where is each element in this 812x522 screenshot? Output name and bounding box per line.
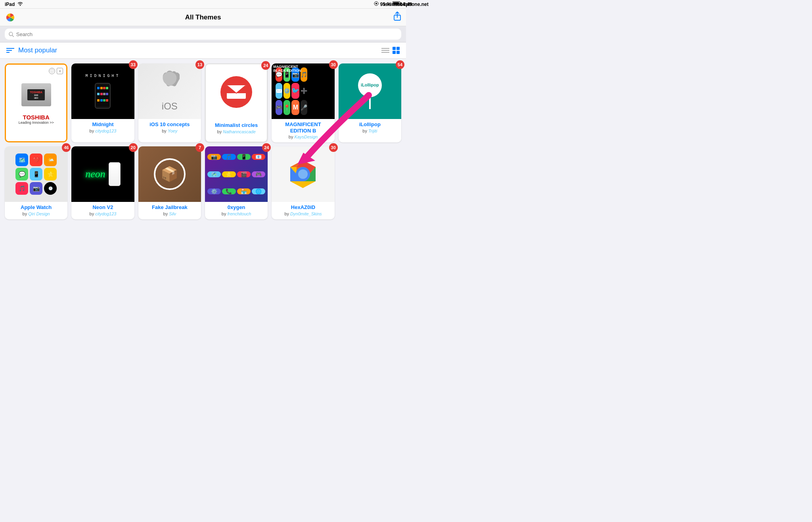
theme-card-oxygen[interactable]: 24 📷 🎵 📱 📧 🗺️ ⭐ 🎬 🎮 ⚙️ 📞 🏪 🌐 0xygen by f… bbox=[205, 146, 268, 219]
theme-info-neon: Neon V2 by citydog123 bbox=[71, 202, 134, 219]
filter-icon[interactable] bbox=[6, 48, 14, 53]
svg-point-0 bbox=[20, 5, 21, 6]
theme-image-oxygen: 📷 🎵 📱 📧 🗺️ ⭐ 🎬 🎮 ⚙️ 📞 🏪 🌐 bbox=[205, 146, 268, 202]
search-icon bbox=[9, 32, 14, 37]
badge-fakejailbreak: 7 bbox=[195, 143, 204, 152]
theme-author-neon: by citydog123 bbox=[75, 211, 131, 216]
view-icons bbox=[381, 47, 400, 54]
theme-author-magnificent: by KaysDesign bbox=[275, 134, 331, 139]
theme-info-magnificent: MAGNIFICENT EDITION B by KaysDesign bbox=[272, 119, 334, 142]
search-area bbox=[0, 26, 406, 42]
list-view-button[interactable] bbox=[381, 48, 389, 53]
theme-image-neon: neon bbox=[71, 146, 134, 202]
svg-point-2 bbox=[375, 3, 377, 4]
theme-name-minimalist: Minimalist circles bbox=[209, 122, 264, 129]
filter-left: Most popular bbox=[6, 46, 57, 54]
theme-name-hexaz: HexAZ0iD bbox=[275, 204, 331, 211]
badge-magnificent: 30 bbox=[329, 60, 338, 69]
theme-image-midnight: MIDNIGHT bbox=[71, 63, 134, 119]
theme-info-hexaz: HexAZ0iD by Dyn0mite_Skins bbox=[272, 202, 334, 219]
theme-author-minimalist: by Nathanncascade bbox=[209, 129, 264, 134]
theme-image-hexaz bbox=[272, 146, 334, 202]
svg-line-8 bbox=[12, 35, 13, 36]
theme-info-applewatch: Apple Watch by Qiri Design bbox=[5, 202, 67, 219]
theme-info-jailbreak: Fake Jailbreak by Silv bbox=[138, 202, 201, 219]
badge-midnight: 33 bbox=[129, 60, 138, 69]
ad-card[interactable]: ⓘ ✕ TOSHIBA SSD HK4 bbox=[5, 63, 67, 142]
badge-ilollipop: 54 bbox=[396, 60, 404, 69]
theme-image-applewatch: 🗺️ ❤️ 🌤️ 💬 📱 ⭐ 🎵 📷 🕐 bbox=[5, 146, 67, 202]
badge-applewatch: 46 bbox=[62, 143, 71, 152]
svg-rect-10 bbox=[227, 85, 246, 99]
theme-card-neonv2[interactable]: 20 neon Neon V2 by citydog123 bbox=[71, 146, 134, 219]
ad-brand: TOSHIBA bbox=[23, 114, 50, 121]
theme-author-applewatch: by Qiri Design bbox=[8, 211, 64, 216]
badge-ios10: 13 bbox=[195, 60, 204, 69]
ad-tagline: Leading Innovation >> bbox=[19, 121, 54, 125]
theme-image-ios: iOS bbox=[138, 63, 201, 119]
device-label: iPad bbox=[5, 2, 15, 7]
location-icon bbox=[374, 1, 379, 7]
search-bar[interactable] bbox=[5, 29, 401, 40]
filter-bar: Most popular bbox=[0, 42, 406, 59]
theme-author-ios10: by Yoey bbox=[142, 129, 198, 133]
theme-name-neon: Neon V2 bbox=[75, 204, 131, 211]
theme-image-minimalist bbox=[206, 64, 267, 120]
theme-card-ilollipop[interactable]: 54 iLollipop iLollipop by Trijiti bbox=[339, 63, 401, 142]
theme-card-applewatch[interactable]: 46 🗺️ ❤️ 🌤️ 💬 📱 ⭐ 🎵 📷 🕐 Apple Watch by Q… bbox=[5, 146, 67, 219]
theme-name-jailbreak: Fake Jailbreak bbox=[142, 204, 198, 211]
badge-neonv2: 20 bbox=[129, 143, 138, 152]
theme-image-ilollipop: iLollipop bbox=[339, 63, 401, 119]
theme-name-oxygen: 0xygen bbox=[208, 204, 264, 211]
badge-minimalist: 24 bbox=[261, 61, 270, 70]
status-left: iPad bbox=[5, 1, 23, 7]
main-content: ⓘ ✕ TOSHIBA SSD HK4 bbox=[0, 59, 406, 224]
page-title: All Themes bbox=[185, 13, 221, 21]
themes-grid: ⓘ ✕ TOSHIBA SSD HK4 bbox=[5, 63, 401, 219]
theme-author-hexaz: by Dyn0mite_Skins bbox=[275, 211, 331, 216]
theme-card-fakejailbreak[interactable]: 7 📦 Fake Jailbreak by Silv bbox=[138, 146, 201, 219]
theme-image-jailbreak: 📦 bbox=[138, 146, 201, 202]
theme-author-oxygen: by frenchitouch bbox=[208, 211, 264, 216]
time-label: 14:49 bbox=[400, 2, 406, 7]
theme-card-minimalist[interactable]: 24 Minimalist circles by Nathanncascade bbox=[205, 63, 268, 142]
theme-card-midnight[interactable]: 33 MIDNIGHT bbox=[71, 63, 134, 142]
mail-icon bbox=[220, 76, 252, 108]
theme-card-hexaz[interactable]: 30 bbox=[272, 146, 334, 219]
sort-label[interactable]: Most popular bbox=[18, 46, 57, 54]
app-logo[interactable] bbox=[5, 12, 16, 23]
theme-info-oxygen: 0xygen by frenchitouch bbox=[205, 202, 268, 219]
search-input[interactable] bbox=[16, 31, 397, 37]
svg-point-18 bbox=[298, 169, 308, 179]
theme-info-ios10: iOS 10 concepts by Yoey bbox=[138, 119, 201, 136]
theme-card-magnificent[interactable]: 30 💬 📱 📷 🎵 ✉️ ⚙️ 🐦 ➕ 🎮 📍 M 🎤 MAGNIFICEN bbox=[272, 63, 334, 142]
theme-info-minimalist: Minimalist circles by Nathanncascade bbox=[206, 120, 267, 137]
badge-oxygen: 24 bbox=[262, 143, 271, 152]
status-bar: iPad iskin.tooliphone.net 14:49 95 % bbox=[0, 0, 406, 9]
theme-name-magnificent: MAGNIFICENT EDITION B bbox=[275, 121, 331, 134]
jailbreak-circle: 📦 bbox=[154, 158, 186, 190]
theme-author-jailbreak: by Silv bbox=[142, 211, 198, 216]
ad-close-button[interactable]: ✕ bbox=[57, 68, 63, 74]
theme-name-ilollipop: iLollipop bbox=[342, 121, 398, 128]
theme-author-ilollipop: by Trijiti bbox=[342, 129, 398, 133]
theme-name-ios10: iOS 10 concepts bbox=[142, 121, 198, 128]
theme-card-ios10[interactable]: 13 iOS iOS 10 concepts by Yoe bbox=[138, 63, 201, 142]
nav-bar: All Themes bbox=[0, 9, 406, 26]
ad-info-icon[interactable]: ⓘ bbox=[49, 68, 55, 74]
ad-image: TOSHIBA SSD HK4 bbox=[18, 79, 54, 111]
grid-view-button[interactable] bbox=[393, 47, 400, 54]
theme-info-midnight: Midnight by citydog123 bbox=[71, 119, 134, 136]
badge-hexaz: 30 bbox=[329, 143, 338, 152]
theme-author-midnight: by citydog123 bbox=[75, 129, 131, 133]
theme-name-midnight: Midnight bbox=[75, 121, 131, 128]
theme-image-magnificent: 💬 📱 📷 🎵 ✉️ ⚙️ 🐦 ➕ 🎮 📍 M 🎤 MAGNIFICENTBLA… bbox=[272, 63, 334, 119]
theme-info-ilollipop: iLollipop by Trijiti bbox=[339, 119, 401, 136]
share-button[interactable] bbox=[393, 12, 401, 23]
theme-name-applewatch: Apple Watch bbox=[8, 204, 64, 211]
wifi-icon bbox=[17, 1, 23, 7]
ad-content: TOSHIBA SSD HK4 TOSHIBA Leading Innovati… bbox=[9, 76, 63, 128]
